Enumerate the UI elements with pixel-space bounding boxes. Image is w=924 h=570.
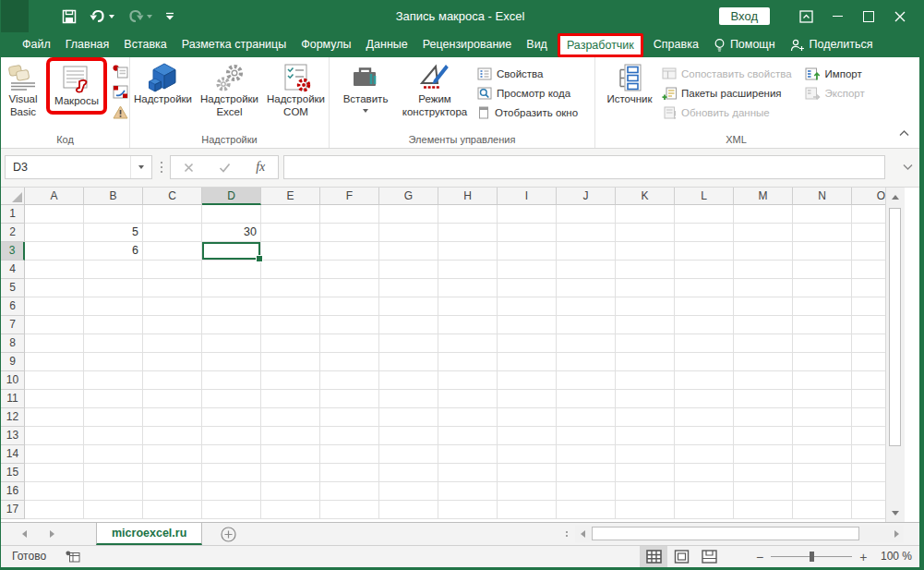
cell-O10[interactable] xyxy=(852,371,885,390)
cell-I14[interactable] xyxy=(498,445,557,464)
scroll-left-button[interactable] xyxy=(575,526,590,542)
zoom-level[interactable]: 100 % xyxy=(881,546,912,567)
cell-A15[interactable] xyxy=(25,464,84,482)
cell-D2[interactable]: 30 xyxy=(202,224,261,242)
row-header-4[interactable]: 4 xyxy=(1,261,25,279)
cell-H6[interactable] xyxy=(438,297,498,316)
tab-formulas[interactable]: Формулы xyxy=(294,32,358,57)
cell-H17[interactable] xyxy=(438,501,498,519)
view-normal-button[interactable] xyxy=(640,546,667,567)
properties-button[interactable]: Свойства xyxy=(477,66,578,81)
cell-I6[interactable] xyxy=(498,297,557,316)
cell-O6[interactable] xyxy=(852,297,885,316)
cell-A17[interactable] xyxy=(25,501,84,519)
confirm-entry-icon[interactable] xyxy=(219,163,231,173)
cell-N1[interactable] xyxy=(793,205,852,224)
cell-N3[interactable] xyxy=(793,242,852,261)
cell-M1[interactable] xyxy=(734,205,793,224)
cell-C4[interactable] xyxy=(143,261,202,279)
tab-data[interactable]: Данные xyxy=(359,32,415,57)
cell-D5[interactable] xyxy=(202,279,261,297)
cell-B6[interactable] xyxy=(84,297,143,316)
cell-N8[interactable] xyxy=(793,334,852,353)
column-header-O[interactable]: O xyxy=(852,188,885,205)
customize-qat-button[interactable] xyxy=(165,12,174,20)
column-header-L[interactable]: L xyxy=(675,188,734,205)
column-header-B[interactable]: B xyxy=(84,188,143,205)
cell-F5[interactable] xyxy=(320,279,379,297)
cell-J4[interactable] xyxy=(557,261,616,279)
cell-L9[interactable] xyxy=(675,353,734,371)
cell-A12[interactable] xyxy=(25,408,84,427)
cell-G10[interactable] xyxy=(379,371,438,390)
row-header-10[interactable]: 10 xyxy=(1,371,25,390)
cell-N4[interactable] xyxy=(793,261,852,279)
cell-B3[interactable]: 6 xyxy=(84,242,143,261)
cell-L14[interactable] xyxy=(675,445,734,464)
maximize-button[interactable] xyxy=(853,0,884,32)
column-header-N[interactable]: N xyxy=(793,188,852,205)
cell-J16[interactable] xyxy=(557,482,616,501)
cell-H12[interactable] xyxy=(438,408,498,427)
cell-H16[interactable] xyxy=(438,482,498,501)
zoom-slider[interactable] xyxy=(771,556,852,557)
close-button[interactable] xyxy=(884,0,916,32)
cell-F11[interactable] xyxy=(320,390,379,408)
expansion-packs-button[interactable]: Пакеты расширения xyxy=(662,85,792,101)
zoom-in-button[interactable]: + xyxy=(859,551,867,564)
cell-B16[interactable] xyxy=(84,482,143,501)
cell-L10[interactable] xyxy=(675,371,734,390)
tab-share[interactable]: Поделиться xyxy=(783,32,881,57)
cell-E9[interactable] xyxy=(261,353,320,371)
redo-dropdown-icon[interactable] xyxy=(147,15,152,18)
cell-A3[interactable] xyxy=(25,242,84,261)
cell-A10[interactable] xyxy=(25,371,84,390)
tab-review[interactable]: Рецензирование xyxy=(415,32,520,57)
redo-button[interactable] xyxy=(127,9,152,23)
cell-M11[interactable] xyxy=(734,390,793,408)
cell-B12[interactable] xyxy=(84,408,143,427)
cell-K3[interactable] xyxy=(616,242,675,261)
tab-developer[interactable]: Разработчик xyxy=(558,33,643,57)
select-all-button[interactable] xyxy=(1,188,25,205)
cell-E11[interactable] xyxy=(261,390,320,408)
cell-D14[interactable] xyxy=(202,445,261,464)
row-header-8[interactable]: 8 xyxy=(1,334,25,353)
cell-N11[interactable] xyxy=(793,390,852,408)
cell-D11[interactable] xyxy=(202,390,261,408)
insert-control-button[interactable]: Вставить xyxy=(335,60,396,113)
cell-J12[interactable] xyxy=(557,408,616,427)
cell-K10[interactable] xyxy=(616,371,675,390)
vertical-scrollbar[interactable] xyxy=(885,188,905,522)
cell-I7[interactable] xyxy=(498,316,557,334)
cell-L8[interactable] xyxy=(675,334,734,353)
column-header-C[interactable]: C xyxy=(143,188,202,205)
cell-K9[interactable] xyxy=(616,353,675,371)
cell-F12[interactable] xyxy=(320,408,379,427)
cell-N10[interactable] xyxy=(793,371,852,390)
cell-H7[interactable] xyxy=(438,316,498,334)
row-header-5[interactable]: 5 xyxy=(1,279,25,297)
cell-H11[interactable] xyxy=(438,390,498,408)
tab-insert[interactable]: Вставка xyxy=(116,32,174,57)
cell-E17[interactable] xyxy=(261,501,320,519)
cell-K4[interactable] xyxy=(616,261,675,279)
cell-D4[interactable] xyxy=(202,261,261,279)
cell-E3[interactable] xyxy=(261,242,320,261)
cell-E4[interactable] xyxy=(261,261,320,279)
cell-C7[interactable] xyxy=(143,316,202,334)
cell-G8[interactable] xyxy=(379,334,438,353)
column-header-A[interactable]: A xyxy=(25,188,84,205)
row-header-13[interactable]: 13 xyxy=(1,427,25,445)
cell-M17[interactable] xyxy=(734,501,793,519)
record-macro-button[interactable] xyxy=(111,63,129,80)
cell-N6[interactable] xyxy=(793,297,852,316)
cell-K1[interactable] xyxy=(616,205,675,224)
view-page-layout-button[interactable] xyxy=(667,546,695,567)
cell-O2[interactable] xyxy=(852,224,885,242)
cell-K15[interactable] xyxy=(616,464,675,482)
cell-G9[interactable] xyxy=(379,353,438,371)
row-header-12[interactable]: 12 xyxy=(1,408,25,427)
cell-A1[interactable] xyxy=(25,205,84,224)
cell-N17[interactable] xyxy=(793,501,852,519)
